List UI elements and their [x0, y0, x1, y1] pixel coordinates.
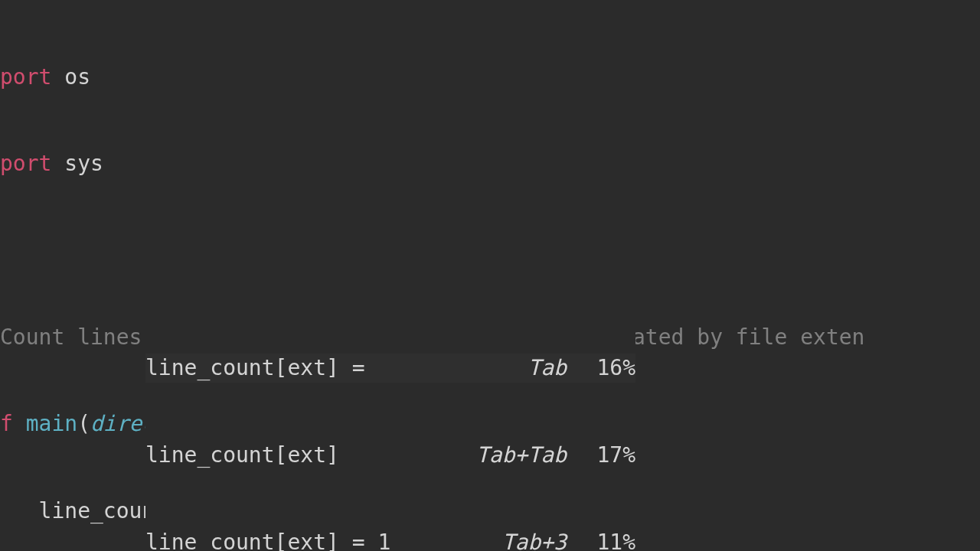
completion-item[interactable]: line_count[ext] = 1 Tab+3 11% — [145, 528, 635, 551]
completion-item[interactable]: line_count[ext] = Tab 16% — [145, 354, 635, 383]
keyword-def: f — [0, 411, 26, 436]
completion-popup[interactable]: line_count[ext] = Tab 16% line_count[ext… — [145, 295, 635, 551]
completion-percent: 11% — [567, 528, 635, 551]
module-name: os — [51, 64, 90, 90]
function-name: main — [26, 411, 77, 436]
punct: ( — [77, 411, 90, 436]
completion-keybind: Tab — [444, 354, 567, 383]
keyword-import: port — [0, 64, 51, 90]
completion-keybind: Tab+Tab — [444, 441, 567, 470]
completion-item[interactable]: line_count[ext] Tab+Tab 17% — [145, 441, 635, 471]
completion-keybind: Tab+3 — [444, 528, 567, 551]
module-name: sys — [51, 151, 103, 176]
code-line[interactable]: port sys — [0, 149, 980, 178]
completion-text: line_count[ext] = 1 — [145, 528, 444, 551]
completion-percent: 16% — [567, 354, 635, 383]
completion-text: line_count[ext] = — [145, 354, 444, 383]
completion-percent: 17% — [567, 441, 635, 470]
completion-text: line_count[ext] — [145, 441, 444, 470]
code-line[interactable]: port os — [0, 63, 980, 92]
code-line-blank[interactable] — [0, 236, 980, 265]
code-editor[interactable]: port os port sys Count lines of code in … — [0, 5, 980, 551]
keyword-import: port — [0, 151, 51, 176]
